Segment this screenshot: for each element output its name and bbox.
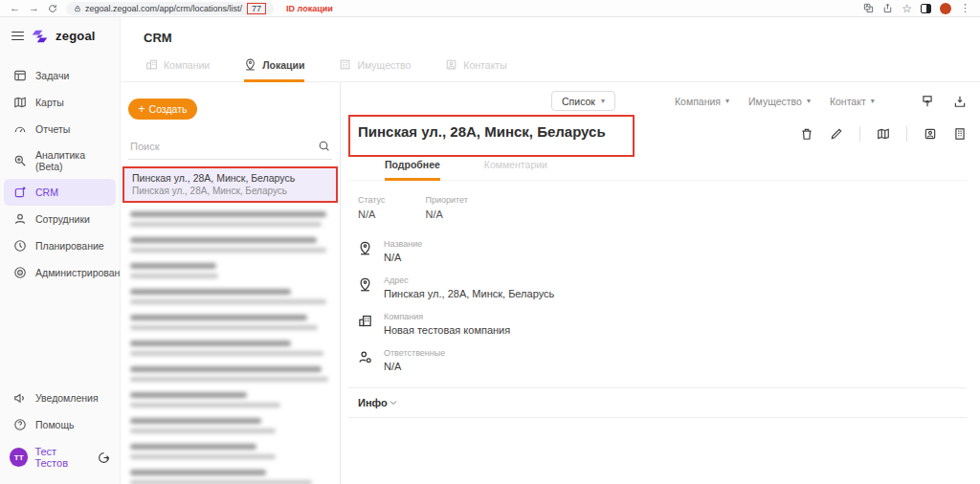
user-name: Тест Тестов: [34, 446, 91, 469]
locations-list-panel: + Создать Пинская ул., 28А, Минск, Белар…: [121, 82, 341, 484]
filter-contact[interactable]: Контакт ▾: [830, 96, 875, 107]
sidebar-item-notifications[interactable]: Уведомления: [4, 385, 116, 411]
browser-chrome: ← → zegoal.zegoal.com/app/crm/locations/…: [0, 0, 980, 17]
list-item[interactable]: [121, 465, 340, 484]
download-icon[interactable]: [953, 95, 967, 108]
delete-icon[interactable]: [800, 127, 813, 141]
bookmark-star-icon[interactable]: ☆: [902, 3, 912, 14]
list-item[interactable]: [121, 362, 340, 387]
search-input[interactable]: [130, 141, 312, 152]
logout-icon[interactable]: [98, 451, 110, 464]
caret-down-icon: ▾: [725, 97, 729, 105]
blurred-list: [121, 203, 340, 484]
list-item-subtitle: Пинская ул., 28А, Минск, Беларусь: [132, 186, 328, 196]
filter-company[interactable]: Компания ▾: [675, 96, 729, 107]
list-item[interactable]: [121, 207, 340, 232]
sidebar-item-reports[interactable]: Отчеты: [4, 116, 116, 143]
list-item[interactable]: [121, 310, 340, 336]
sidebar-item-analytics[interactable]: Аналитика (Beta): [4, 143, 116, 179]
lock-icon: [74, 5, 81, 12]
edit-icon[interactable]: [830, 127, 843, 141]
tab-companies[interactable]: Компании: [145, 58, 210, 82]
search-icon[interactable]: [318, 140, 330, 152]
translate-icon[interactable]: [863, 3, 874, 13]
zegoal-logo-icon: [32, 30, 48, 43]
tab-details[interactable]: Подробнее: [385, 159, 440, 181]
annotation-location-id: ID локации: [286, 4, 333, 13]
sidebar: zegoal Задачи Карты Отчеты Аналитика (Be…: [0, 17, 121, 484]
main-content: CRM Компании Локации Имущество Контакты …: [121, 17, 980, 484]
user-profile[interactable]: ТТ Тест Тестов: [0, 438, 120, 476]
hamburger-menu-icon[interactable]: [11, 32, 24, 41]
location-pin-icon: [358, 239, 372, 255]
sidebar-item-tasks[interactable]: Задачи: [4, 62, 116, 89]
list-item-title: Пинская ул., 28А, Минск, Беларусь: [132, 172, 328, 184]
detail-title-highlight-box: Пинская ул., 28А, Минск, Беларусь: [348, 115, 635, 157]
search-field: [128, 135, 332, 160]
view-selector-button[interactable]: Список ▾: [551, 91, 615, 111]
caret-down-icon: ▾: [807, 97, 811, 105]
share-icon[interactable]: [882, 3, 893, 13]
url-location-id: 77: [247, 3, 266, 14]
list-item[interactable]: [121, 284, 340, 310]
list-item[interactable]: [121, 258, 340, 284]
caret-down-icon: ▾: [871, 97, 875, 105]
tab-comments[interactable]: Комментарии: [484, 159, 547, 181]
user-avatar: ТТ: [10, 448, 28, 467]
sidebar-item-employees[interactable]: Сотрудники: [4, 206, 116, 232]
tab-locations[interactable]: Локации: [244, 58, 304, 82]
upload-icon[interactable]: [921, 95, 934, 108]
sidebar-menu: Задачи Карты Отчеты Аналитика (Beta) CRM…: [0, 62, 120, 286]
contact-card-icon[interactable]: [924, 127, 937, 141]
sidebar-item-administration[interactable]: Администрирование: [4, 259, 116, 286]
list-item[interactable]: [121, 439, 340, 465]
tab-contacts[interactable]: Контакты: [445, 58, 506, 82]
sidebar-item-crm[interactable]: CRM: [4, 179, 116, 206]
page-title: CRM: [121, 17, 980, 45]
list-item[interactable]: [121, 387, 340, 413]
status-field: Статус N/A: [358, 195, 385, 220]
back-icon[interactable]: ←: [10, 3, 20, 13]
tab-assets[interactable]: Имущество: [339, 58, 411, 82]
divider: [906, 126, 907, 142]
field-responsible: Ответственные N/A: [348, 342, 967, 379]
forward-icon[interactable]: →: [29, 3, 39, 13]
browser-menu-icon[interactable]: ⋮: [960, 3, 970, 13]
detail-toolbar: Список ▾ Компания ▾ Имущество ▾ Контакт …: [348, 82, 967, 111]
company-building-icon[interactable]: [953, 127, 967, 141]
browser-profile-avatar[interactable]: [940, 3, 951, 14]
crm-tabs: Компании Локации Имущество Контакты: [121, 45, 980, 82]
field-name: Название N/A: [348, 233, 967, 270]
sidebar-item-planning[interactable]: Планирование: [4, 232, 116, 259]
url-bar[interactable]: zegoal.zegoal.com/app/crm/locations/list…: [66, 2, 274, 15]
list-item[interactable]: [121, 336, 340, 362]
sidebar-item-help[interactable]: Помощь: [4, 411, 116, 438]
list-item[interactable]: [121, 413, 340, 439]
chevron-down-icon: [388, 397, 399, 408]
logo-text: zegoal: [56, 29, 96, 43]
list-item-selected[interactable]: Пинская ул., 28А, Минск, Беларусь Пинска…: [122, 166, 338, 203]
create-button[interactable]: + Создать: [128, 99, 197, 120]
sidebar-item-maps[interactable]: Карты: [4, 89, 116, 116]
detail-title: Пинская ул., 28А, Минск, Беларусь: [358, 123, 606, 140]
info-section-header[interactable]: Инфо: [348, 387, 967, 418]
reload-icon[interactable]: [48, 4, 57, 13]
side-panel-icon[interactable]: [921, 4, 931, 13]
plus-icon: +: [139, 103, 145, 115]
show-on-map-icon[interactable]: [877, 127, 890, 141]
location-detail-panel: Список ▾ Компания ▾ Имущество ▾ Контакт …: [341, 82, 980, 484]
filter-assets[interactable]: Имущество ▾: [748, 96, 811, 107]
caret-down-icon: ▾: [601, 97, 605, 105]
field-address: Адрес Пинская ул., 28А, Минск, Беларусь: [348, 270, 967, 306]
priority-field: Приоритет N/A: [425, 195, 467, 220]
divider: [859, 126, 860, 142]
building-icon: [358, 312, 372, 328]
field-company: Компания Новая тестовая компания: [348, 306, 967, 342]
list-item[interactable]: [121, 232, 340, 258]
assignee-person-icon: [358, 348, 372, 364]
url-text: zegoal.zegoal.com/app/crm/locations/list…: [85, 4, 242, 13]
detail-tabs: Подробнее Комментарии: [348, 159, 967, 181]
location-pin-icon: [358, 275, 372, 292]
